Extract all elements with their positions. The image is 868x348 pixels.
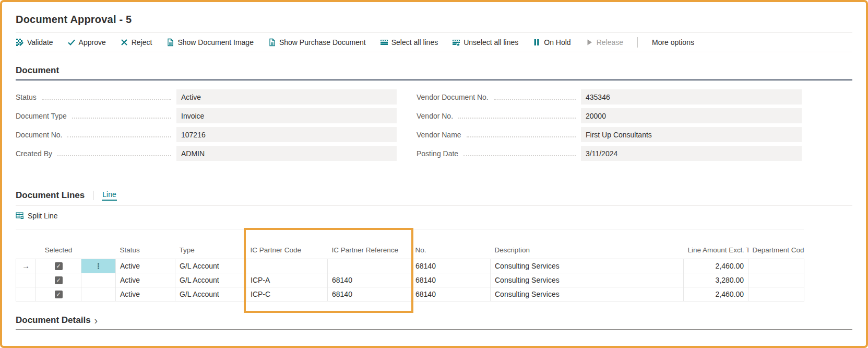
ic-partner-reference-cell[interactable]: 68140 [328, 273, 411, 287]
col-line-amount[interactable]: Line Amount Excl. Tax [684, 229, 748, 259]
field-label: Vendor Document No. [417, 93, 489, 101]
ic-partner-code-cell[interactable]: ICP-A [246, 273, 328, 287]
unselect-all-lines-button[interactable]: Unselect all lines [452, 38, 518, 47]
reject-x-icon [120, 38, 128, 47]
status-cell[interactable]: Active [116, 259, 175, 273]
line-amount-cell[interactable]: 2,460.00 [684, 259, 748, 273]
description-cell[interactable]: Consulting Services [491, 273, 684, 287]
col-row-options [81, 229, 116, 259]
field-value-document-type: Invoice [176, 108, 397, 123]
description-cell[interactable]: Consulting Services [491, 259, 684, 273]
row-options-cell [81, 287, 116, 301]
field-value-vendor-name: First Up Consultants [581, 127, 802, 142]
row-checkbox[interactable]: ✓ [55, 291, 63, 298]
ic-partner-code-cell[interactable]: ICP-C [246, 287, 328, 301]
approve-button[interactable]: Approve [67, 38, 106, 47]
table-row: ✓ Active G/L Account ICP-C 68140 68140 C… [16, 287, 804, 301]
selected-cell: ✓ [36, 273, 81, 287]
reject-button[interactable]: Reject [120, 38, 152, 47]
toolbar-label: More options [652, 38, 694, 47]
dotted-leader [72, 118, 171, 119]
status-cell[interactable]: Active [116, 273, 175, 287]
document-lines-heading: Document Lines [16, 190, 85, 201]
select-all-lines-button[interactable]: Select all lines [380, 38, 438, 47]
split-line-button[interactable]: Split Line [16, 212, 58, 220]
show-document-image-button[interactable]: Show Document Image [166, 38, 254, 47]
document-icon [268, 38, 276, 47]
col-description[interactable]: Description [491, 229, 684, 259]
document-fields-right: Vendor Document No. 435346 Vendor No. 20… [417, 89, 802, 165]
col-type[interactable]: Type [175, 229, 246, 259]
type-cell[interactable]: G/L Account [175, 259, 246, 273]
field-created-by: Created By ADMIN [16, 146, 397, 161]
table-row: ✓ Active G/L Account ICP-A 68140 68140 C… [16, 273, 804, 287]
toolbar-label: Show Purchase Document [279, 38, 366, 47]
no-cell[interactable]: 68140 [411, 273, 491, 287]
description-cell[interactable]: Consulting Services [491, 287, 684, 301]
ic-partner-code-cell[interactable] [246, 259, 328, 273]
table-header-row: Selected Status Type IC Partner Code IC … [16, 229, 804, 259]
action-toolbar: Validate Approve Reject Show Document Im… [16, 32, 852, 52]
more-options-button[interactable]: More options [652, 38, 694, 47]
dotted-leader [494, 99, 576, 100]
toolbar-label: Validate [27, 38, 53, 47]
field-label: Document Type [16, 112, 67, 120]
dotted-leader [67, 136, 171, 137]
col-no[interactable]: No. [411, 229, 491, 259]
heading-divider [93, 191, 93, 200]
type-cell[interactable]: G/L Account [175, 273, 246, 287]
row-indicator-cell [16, 287, 36, 301]
release-button[interactable]: Release [585, 38, 623, 47]
toolbar-label: Reject [132, 38, 152, 47]
ic-partner-reference-cell[interactable] [328, 259, 411, 273]
validate-button[interactable]: Validate [16, 38, 53, 47]
field-label: Posting Date [417, 149, 458, 158]
department-code-cell[interactable] [748, 259, 804, 273]
document-details-section-toggle[interactable]: Document Details › [16, 315, 852, 330]
row-checkbox[interactable]: ✓ [55, 276, 63, 284]
document-fields: Status Active Document Type Invoice Docu… [16, 89, 852, 165]
col-status[interactable]: Status [116, 229, 175, 259]
document-fields-left: Status Active Document Type Invoice Docu… [16, 89, 397, 165]
col-department-code[interactable]: Department Code [748, 229, 804, 259]
toolbar-label: Unselect all lines [463, 38, 518, 47]
document-section-heading[interactable]: Document [16, 65, 852, 80]
ic-partner-reference-cell[interactable]: 68140 [328, 287, 411, 301]
line-amount-cell[interactable]: 3,280.00 [684, 273, 748, 287]
col-ic-partner-reference[interactable]: IC Partner Reference [328, 229, 411, 259]
dotted-leader [467, 136, 576, 137]
department-code-cell[interactable] [748, 287, 804, 301]
col-ic-partner-code[interactable]: IC Partner Code [246, 229, 328, 259]
row-options-button[interactable]: ⋮ [81, 259, 116, 273]
department-code-cell[interactable] [748, 273, 804, 287]
checkbox-check-icon: ✓ [56, 263, 61, 270]
field-label: Vendor Name [417, 131, 461, 139]
no-cell[interactable]: 68140 [411, 259, 491, 273]
row-options-cell [81, 273, 116, 287]
no-cell[interactable]: 68140 [411, 287, 491, 301]
field-label: Document No. [16, 131, 62, 139]
toolbar-label: On Hold [544, 38, 570, 47]
document-details-heading: Document Details [16, 315, 91, 326]
type-cell[interactable]: G/L Account [175, 287, 246, 301]
current-row-arrow-icon: → [22, 261, 30, 270]
field-vendor-document-no: Vendor Document No. 435346 [417, 89, 802, 105]
selected-cell: ✓ [36, 287, 81, 301]
status-cell[interactable]: Active [116, 287, 175, 301]
chevron-right-icon: › [94, 317, 98, 324]
field-label: Status [16, 93, 37, 101]
line-amount-cell[interactable]: 2,460.00 [684, 287, 748, 301]
col-selected[interactable]: Selected [36, 229, 81, 259]
checkbox-check-icon: ✓ [56, 291, 61, 298]
split-line-label: Split Line [28, 212, 58, 220]
field-value-status: Active [176, 89, 397, 105]
row-checkbox[interactable]: ✓ [55, 262, 63, 270]
table-row: → ✓ ⋮ Active G/L Account 68140 Consultin… [16, 259, 804, 273]
toolbar-label: Release [597, 38, 623, 47]
lines-table: Selected Status Type IC Partner Code IC … [16, 229, 804, 301]
play-icon [585, 38, 593, 47]
on-hold-button[interactable]: On Hold [532, 38, 570, 47]
field-label: Created By [16, 149, 52, 158]
show-purchase-document-button[interactable]: Show Purchase Document [268, 38, 366, 47]
tab-line[interactable]: Line [102, 190, 116, 201]
